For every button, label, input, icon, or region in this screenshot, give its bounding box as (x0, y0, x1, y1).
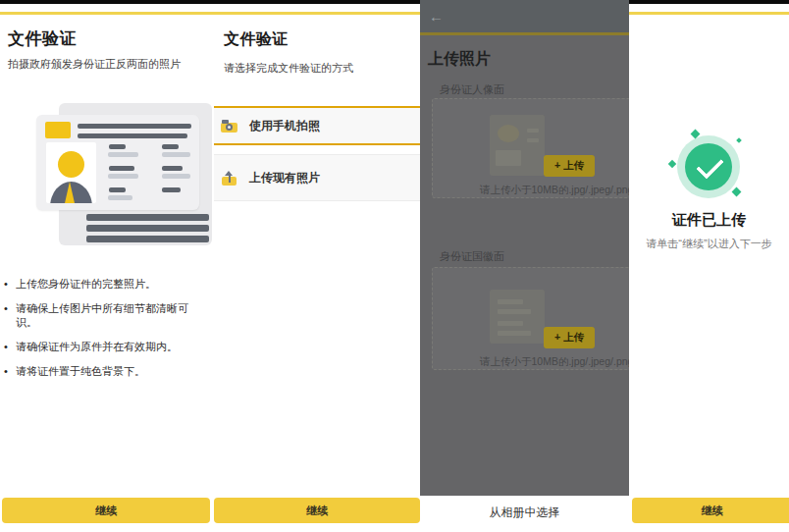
section-label-back: 身份证国徽面 (440, 249, 504, 264)
panel-upload-photos: ← 上传照片 身份证人像面 + 上传 请上传小于10MB的.jpg/.jpeg/… (420, 0, 629, 532)
option-take-photo[interactable]: 使用手机拍照 (214, 106, 420, 145)
upload-dropzone-front[interactable]: + 上传 请上传小于10MB的.jpg/.jpeg/.png格式文件 (432, 98, 629, 198)
instruction-text: 请确保证件为原件并在有效期内。 (16, 340, 178, 353)
card-portrait (46, 142, 96, 203)
instruction-text: 上传您身份证件的完整照片。 (16, 277, 156, 291)
continue-button[interactable]: 继续 (632, 498, 789, 523)
panel-upload-success: 证件已上传 请单击“继续”以进入下一步 继续 (629, 0, 789, 532)
id-card-front (36, 115, 199, 210)
bullet-icon: • (4, 301, 16, 315)
list-item: • 请确保证件为原件并在有效期内。 (4, 340, 206, 353)
bullet-icon: • (4, 277, 16, 291)
upload-hint-front: 请上传小于10MB的.jpg/.jpeg/.png格式文件 (480, 184, 629, 197)
bullet-icon: • (4, 340, 16, 353)
continue-button[interactable]: 继续 (2, 498, 210, 523)
page-subtitle: 请选择完成文件验证的方式 (224, 61, 353, 76)
upload-dropzone-back[interactable]: + 上传 请上传小于10MB的.jpg/.jpeg/.png格式文件 (432, 267, 629, 370)
upload-button-front[interactable]: + 上传 (544, 155, 595, 177)
continue-button[interactable]: 继续 (214, 498, 420, 523)
success-title: 证件已上传 (629, 211, 789, 230)
upload-button-back[interactable]: + 上传 (544, 327, 595, 348)
upload-icon (222, 171, 237, 186)
panel-document-intro: 文件验证 拍摄政府颁发身份证正反两面的照片 (0, 0, 210, 532)
placeholder-card-front (490, 115, 545, 176)
id-card-illustration (0, 0, 210, 255)
page-title: 上传照片 (428, 49, 491, 70)
sparkle-icon (732, 187, 742, 197)
bullet-icon: • (4, 364, 16, 378)
list-item: • 请确保上传图片中所有细节都清晰可识。 (4, 301, 206, 329)
option-label: 使用手机拍照 (249, 118, 320, 134)
sparkle-icon (668, 160, 676, 168)
kyc-verification-screens: 文件验证 拍摄政府颁发身份证正反两面的照片 (0, 0, 789, 532)
page-title: 文件验证 (224, 29, 289, 50)
success-subtitle: 请单击“继续”以进入下一步 (629, 237, 789, 251)
choose-from-album-button[interactable]: 从相册中选择 (420, 496, 629, 532)
nav-header (420, 0, 629, 32)
option-upload-photo[interactable]: 上传现有照片 (214, 154, 420, 201)
sheet-button-label: 从相册中选择 (490, 505, 560, 521)
instruction-text: 请将证件置于纯色背景下。 (16, 364, 145, 378)
list-item: • 请将证件置于纯色背景下。 (4, 364, 206, 378)
placeholder-card-back (490, 290, 545, 344)
section-label-front: 身份证人像面 (440, 82, 504, 97)
camera-icon (221, 120, 237, 133)
option-label: 上传现有照片 (249, 170, 320, 186)
card-flag (45, 122, 71, 138)
panel-choose-method: 文件验证 请选择完成文件验证的方式 使用手机拍照 上传现有照片 继续 (210, 0, 420, 532)
instruction-text: 请确保上传图片中所有细节都清晰可识。 (16, 301, 206, 329)
progress-bar-dimmed (420, 32, 629, 35)
success-check-icon (665, 124, 752, 210)
instruction-list: • 上传您身份证件的完整照片。 • 请确保上传图片中所有细节都清晰可识。 • 请… (4, 277, 206, 389)
back-icon[interactable]: ← (429, 8, 444, 26)
upload-hint-back: 请上传小于10MB的.jpg/.jpeg/.png格式文件 (480, 355, 629, 369)
sparkle-icon (736, 137, 742, 143)
list-item: • 上传您身份证件的完整照片。 (4, 277, 206, 291)
